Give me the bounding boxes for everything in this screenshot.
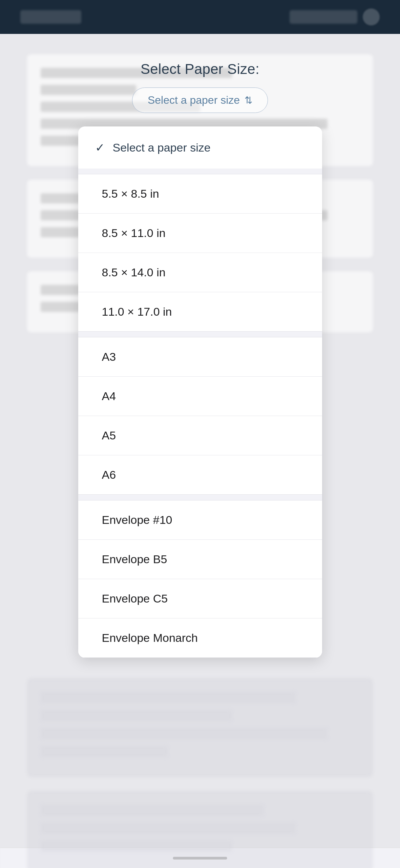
group-spacer-1 bbox=[78, 169, 322, 174]
dropdown-selected-text: Select a paper size bbox=[113, 141, 211, 154]
group-spacer-2 bbox=[78, 332, 322, 337]
dropdown-item-a6[interactable]: A6 bbox=[78, 455, 322, 494]
dropdown-item-11x17[interactable]: 11.0 × 17.0 in bbox=[78, 292, 322, 331]
dropdown-item-a3[interactable]: A3 bbox=[78, 337, 322, 377]
dropdown-item-envelope-10[interactable]: Envelope #10 bbox=[78, 500, 322, 540]
dropdown-item-envelope-c5[interactable]: Envelope C5 bbox=[78, 579, 322, 618]
paper-size-title: Select Paper Size: bbox=[141, 61, 259, 77]
main-overlay: Select Paper Size: Select a paper size ⇅… bbox=[0, 34, 400, 868]
app-logo bbox=[20, 10, 81, 24]
user-avatar bbox=[363, 8, 380, 25]
paper-size-dropdown[interactable]: ✓ Select a paper size 5.5 × 8.5 in 8.5 ×… bbox=[78, 126, 322, 658]
selector-expand-icon: ⇅ bbox=[245, 95, 252, 106]
dropdown-group-iso: A3 A4 A5 A6 bbox=[78, 337, 322, 495]
dropdown-selected-row[interactable]: ✓ Select a paper size bbox=[78, 126, 322, 169]
user-info bbox=[290, 10, 357, 24]
header-right bbox=[290, 8, 380, 25]
dropdown-item-a5[interactable]: A5 bbox=[78, 416, 322, 455]
dropdown-item-8.5x11[interactable]: 8.5 × 11.0 in bbox=[78, 214, 322, 253]
below-dropdown-content bbox=[0, 658, 400, 868]
dropdown-item-envelope-b5[interactable]: Envelope B5 bbox=[78, 540, 322, 579]
app-header bbox=[0, 0, 400, 34]
checkmark-icon: ✓ bbox=[95, 141, 105, 154]
dropdown-item-envelope-monarch[interactable]: Envelope Monarch bbox=[78, 618, 322, 657]
selector-button-label: Select a paper size bbox=[148, 94, 240, 106]
group-spacer-3 bbox=[78, 495, 322, 500]
dropdown-item-8.5x14[interactable]: 8.5 × 14.0 in bbox=[78, 253, 322, 292]
paper-size-section: Select Paper Size: Select a paper size ⇅ bbox=[0, 34, 400, 126]
dropdown-item-a4[interactable]: A4 bbox=[78, 377, 322, 416]
dropdown-item-5.5x8.5[interactable]: 5.5 × 8.5 in bbox=[78, 174, 322, 214]
dropdown-group-us: 5.5 × 8.5 in 8.5 × 11.0 in 8.5 × 14.0 in… bbox=[78, 174, 322, 332]
paper-size-selector-button[interactable]: Select a paper size ⇅ bbox=[132, 87, 268, 113]
dropdown-group-envelope: Envelope #10 Envelope B5 Envelope C5 Env… bbox=[78, 500, 322, 658]
